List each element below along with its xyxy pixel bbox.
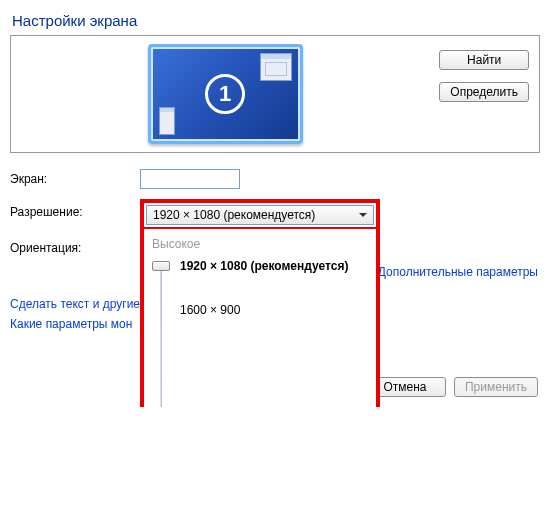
which-params-link[interactable]: Какие параметры мон: [10, 317, 132, 331]
monitor-window-icon: [260, 53, 292, 81]
page-title: Настройки экрана: [12, 12, 540, 29]
resolution-slider[interactable]: [152, 261, 170, 407]
apply-button[interactable]: Применить: [454, 377, 538, 397]
screen-input[interactable]: [140, 169, 240, 189]
resolution-combo-highlight: 1920 × 1080 (рекомендуется) Высокое 1920…: [140, 199, 380, 231]
row-screen: Экран:: [10, 169, 540, 189]
resolution-option[interactable]: 1600 × 900: [180, 303, 368, 317]
resolution-combobox[interactable]: 1920 × 1080 (рекомендуется): [146, 205, 374, 225]
chevron-down-icon: [359, 213, 367, 217]
resolution-options: 1920 × 1080 (рекомендуется)1600 × 900128…: [180, 257, 368, 407]
label-resolution: Разрешение:: [10, 199, 140, 219]
resolution-dropdown: Высокое 1920 × 1080 (рекомендуется)1600 …: [140, 229, 380, 407]
preview-buttons: Найти Определить: [439, 44, 529, 102]
monitor-area: 1: [21, 44, 429, 144]
detect-button[interactable]: Определить: [439, 82, 529, 102]
row-resolution: Разрешение: 1920 × 1080 (рекомендуется) …: [10, 199, 540, 231]
monitor-number: 1: [205, 74, 245, 114]
label-screen: Экран:: [10, 172, 140, 186]
label-orientation: Ориентация:: [10, 241, 140, 255]
slider-thumb[interactable]: [152, 261, 170, 271]
monitor-1[interactable]: 1: [148, 44, 303, 144]
resolution-option[interactable]: 1920 × 1080 (рекомендуется): [180, 259, 368, 273]
monitor-preview-frame: 1 Найти Определить: [10, 35, 540, 153]
slider-track: [160, 269, 162, 407]
find-button[interactable]: Найти: [439, 50, 529, 70]
resolution-selected-text: 1920 × 1080 (рекомендуется): [153, 208, 315, 222]
advanced-params-link[interactable]: Дополнительные параметры: [378, 265, 538, 279]
text-size-link[interactable]: Сделать текст и другие: [10, 297, 140, 311]
dropdown-high-label: Высокое: [152, 237, 368, 251]
monitor-panel-icon: [159, 107, 175, 135]
